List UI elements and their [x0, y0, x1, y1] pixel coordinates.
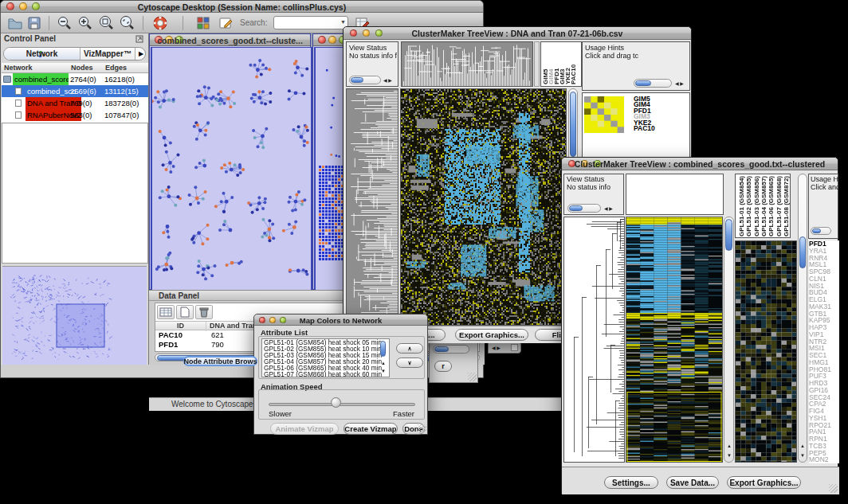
network1-canvas[interactable] — [151, 47, 312, 291]
export-graphics-button[interactable]: Export Graphics... — [727, 476, 801, 489]
scroll-down-arrow[interactable]: ▼ — [381, 369, 386, 373]
animate-vizmap-button[interactable]: Animate Vizmap — [270, 423, 339, 435]
map-colors-dialog: Map Colors to Network Attribute List GPL… — [253, 314, 428, 435]
attribute-list-scrollbar[interactable]: ▲ ▼ — [379, 340, 388, 376]
network1-titlebar[interactable]: combined_scores_good.txt--cluste... — [150, 34, 310, 46]
view-status-scrollbar[interactable] — [349, 76, 381, 84]
row-dendrogram-canvas[interactable] — [346, 88, 398, 326]
toolbar-separator — [183, 16, 183, 30]
global-heatmap-canvas[interactable] — [400, 88, 567, 326]
zoom-in-icon[interactable] — [77, 15, 93, 31]
gene-labels-list[interactable]: PFD1YRA1RNR4MSL1SPC98CLN1NIS1BUD4ELG1MAK… — [809, 240, 839, 463]
scroll-arrows[interactable]: ◀ ▶ — [675, 81, 684, 86]
scroll-arrows[interactable]: ◀ ▶ — [383, 78, 392, 83]
vizmap-icon[interactable] — [195, 15, 211, 31]
column-label[interactable]: GPL51-03 (GSM856) — [754, 176, 760, 236]
scroll-box[interactable] — [511, 344, 518, 351]
save-data-button[interactable]: Save Data... — [666, 476, 719, 489]
usage-hints-scrollbar[interactable] — [811, 227, 831, 235]
zoom-row-label[interactable]: PAC10 — [634, 126, 655, 131]
zoom-vscrollbar[interactable]: ▲ ▼ — [798, 174, 807, 463]
save-icon[interactable] — [26, 15, 42, 31]
tab-vizmapper[interactable]: VizMapper™ — [80, 48, 135, 60]
row-dendrogram-canvas[interactable] — [563, 217, 625, 463]
attribute-list-group: GPL51-01 (GSM854) heat shock 05 minGPL51… — [258, 336, 425, 379]
zoom-row-labels[interactable]: GIM5GIM4PFD1GIM3YKE2PAC10 — [634, 96, 655, 131]
treeview1-titlebar[interactable]: ClusterMaker TreeView : DNA and Tran 07-… — [344, 27, 691, 40]
main-titlebar[interactable]: Cytoscape Desktop (Session Name: collins… — [1, 1, 483, 13]
zoom-heatmap-canvas[interactable] — [584, 96, 624, 133]
attribute-list[interactable]: GPL51-01 (GSM854) heat shock 05 minGPL51… — [261, 338, 390, 377]
usage-hints-scrollbar[interactable] — [634, 79, 672, 88]
close-button[interactable] — [318, 36, 326, 44]
move-down-button[interactable]: ∨ — [396, 357, 423, 368]
annotation-icon[interactable] — [218, 15, 234, 31]
background-scrollbar-fragment[interactable]: ◀ ▶ — [488, 342, 521, 354]
move-up-button[interactable]: ∧ — [396, 343, 423, 354]
heatmap-vscrollbar[interactable]: ▲ ▼ — [724, 217, 734, 463]
search-input[interactable]: ▼ — [273, 16, 348, 29]
view-status-panel: View Status No status info ◀ ▶ — [563, 174, 624, 215]
scroll-down-arrow[interactable]: ▼ — [800, 453, 805, 458]
create-vizmap-button[interactable]: Create Vizmap — [344, 423, 398, 435]
network-tree-row[interactable]: RNAPuberNov2+563(0)107847(0) — [2, 109, 148, 121]
treeview2-titlebar[interactable]: ClusterMaker TreeView : combined_scores_… — [562, 158, 838, 170]
treeview2-title: ClusterMaker TreeView : combined_scores_… — [562, 158, 838, 170]
background-window-fragment: r — [429, 341, 478, 383]
resize-grip[interactable] — [418, 424, 426, 433]
column-label[interactable]: GPL51-01 (GSM854) — [739, 176, 745, 236]
network-tree-row[interactable]: combined_sco2569(6)13112(15) — [2, 85, 148, 97]
view-status-scrollbar[interactable] — [567, 204, 601, 213]
open-file-icon[interactable] — [7, 15, 23, 31]
tab-overflow-arrow[interactable]: ▶ — [135, 48, 146, 60]
network-tree-row[interactable]: DNA and Tran 07769(0)183728(0) — [2, 97, 148, 109]
chevron-down-icon[interactable]: ▼ — [340, 19, 346, 25]
speed-slider-thumb[interactable] — [331, 397, 341, 408]
column-dendrogram-area[interactable] — [626, 174, 724, 215]
scroll-arrows[interactable]: ◀ ▶ — [492, 346, 501, 350]
column-label[interactable]: GPL51-07 (GSM868) — [776, 176, 783, 236]
gene-label[interactable]: MON2 — [809, 456, 839, 463]
dialog-title: Map Colors to Network — [254, 315, 427, 326]
scroll-down-arrow[interactable]: ▼ — [727, 453, 732, 458]
column-label[interactable]: PAC10 — [571, 64, 577, 84]
file-icon — [15, 88, 22, 95]
network-tree-row[interactable]: combined_scores2764(0)16218(0) — [2, 73, 148, 85]
zoom-fit-icon[interactable] — [119, 15, 135, 31]
view-status-panel: View Status No status info f ◀ ▶ — [346, 41, 398, 87]
minimize-button[interactable] — [328, 36, 336, 44]
global-heatmap-canvas[interactable] — [626, 217, 723, 463]
resize-grip[interactable] — [829, 484, 838, 493]
speed-slider-track[interactable] — [269, 403, 415, 406]
zoom-selected-icon[interactable] — [98, 15, 114, 31]
attribute-select-icon[interactable] — [157, 305, 175, 319]
float-panel-icon[interactable] — [135, 35, 143, 43]
overview-frame — [2, 266, 147, 365]
help-lifebuoy-icon[interactable] — [152, 15, 168, 31]
dialog-titlebar[interactable]: Map Colors to Network — [254, 315, 427, 326]
divider-strip — [534, 41, 540, 87]
scroll-up-arrow[interactable]: ▲ — [800, 443, 805, 448]
node-attribute-browser-tab[interactable]: Node Attribute Brows — [183, 356, 257, 366]
scroll-arrows[interactable]: ◀ ▶ — [604, 206, 613, 211]
zoom-heatmap-canvas[interactable] — [735, 240, 797, 463]
column-label[interactable]: GPL51-08 (GSM872) — [783, 176, 790, 236]
new-attribute-icon[interactable] — [176, 305, 194, 319]
settings-button[interactable]: Settings... — [604, 476, 658, 489]
resize-grip[interactable] — [468, 373, 477, 381]
scroll-up-arrow[interactable]: ▲ — [727, 443, 732, 448]
column-dendrogram-canvas[interactable] — [401, 41, 533, 87]
column-label[interactable]: GPL51-04 (GSM857) — [761, 176, 768, 236]
attribute-item[interactable]: GPL51-07 (GSM868) heat shock 60 min — [264, 371, 379, 377]
fragment-hscrollbar[interactable] — [433, 345, 469, 354]
export-graphics-button[interactable]: Export Graphics... — [455, 329, 528, 341]
node-count: 563(0) — [70, 109, 92, 121]
file-icon — [15, 100, 22, 107]
tab-network[interactable]: Network — [4, 48, 80, 60]
delete-attribute-icon[interactable] — [195, 305, 213, 319]
zoom-out-icon[interactable] — [57, 15, 73, 31]
scroll-up-arrow[interactable]: ▲ — [381, 361, 386, 365]
column-label[interactable]: GPL51-06 (GSM865) — [768, 176, 775, 236]
column-label[interactable]: GPL51-02 (GSM855) — [746, 176, 752, 236]
fragment-button[interactable]: r — [434, 361, 452, 372]
